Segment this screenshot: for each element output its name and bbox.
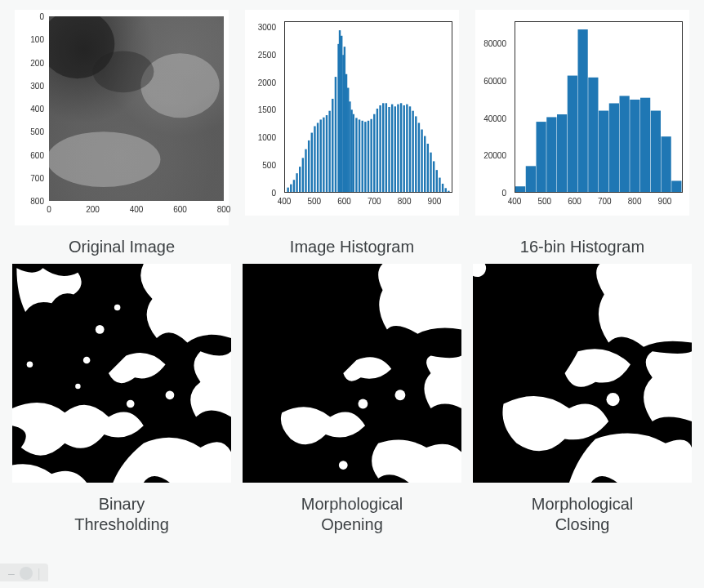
x-tick: 800 [398, 197, 412, 206]
svg-rect-36 [359, 119, 360, 192]
y-tick: 0 [20, 12, 44, 21]
y-tick: 40000 [482, 114, 506, 122]
y-tick: 100 [20, 35, 44, 44]
svg-point-86 [83, 357, 91, 364]
svg-rect-65 [445, 188, 447, 192]
svg-point-90 [127, 400, 135, 408]
svg-rect-22 [328, 111, 330, 192]
svg-rect-33 [350, 109, 352, 192]
y-tick: 500 [252, 161, 276, 170]
morph-opening-image [243, 264, 461, 483]
svg-rect-76 [609, 103, 619, 192]
morph-closing-image [473, 264, 692, 483]
svg-point-94 [339, 461, 348, 470]
svg-point-7 [93, 51, 154, 92]
svg-point-88 [75, 384, 80, 389]
svg-rect-14 [305, 149, 306, 192]
svg-rect-39 [368, 121, 369, 192]
y-tick: 300 [20, 81, 44, 90]
svg-rect-82 [671, 180, 681, 192]
svg-rect-37 [362, 121, 363, 192]
x-tick: 900 [428, 197, 442, 206]
svg-rect-45 [385, 103, 387, 192]
svg-rect-80 [651, 111, 661, 192]
svg-rect-77 [620, 96, 630, 192]
y-tick: 3000 [252, 22, 276, 31]
svg-rect-41 [373, 114, 375, 192]
corner-avatar-icon [20, 567, 33, 580]
svg-point-87 [166, 390, 175, 399]
svg-rect-11 [296, 173, 297, 192]
svg-point-92 [395, 390, 406, 400]
svg-point-85 [114, 305, 121, 311]
svg-rect-70 [546, 117, 556, 192]
x-tick: 600 [568, 197, 581, 206]
svg-rect-49 [397, 105, 399, 192]
original-image-svg [49, 16, 224, 201]
svg-point-89 [27, 362, 33, 368]
svg-rect-13 [302, 158, 304, 192]
svg-rect-52 [406, 105, 408, 192]
svg-rect-29 [344, 47, 345, 192]
corner-badge: – | [0, 564, 48, 581]
svg-rect-32 [349, 101, 350, 192]
svg-rect-9 [290, 185, 292, 192]
svg-rect-51 [403, 105, 405, 192]
x-tick: 800 [217, 205, 231, 214]
sixteen-bin-histogram-svg [515, 22, 682, 192]
corner-text: | [38, 567, 41, 580]
y-tick: 80000 [482, 39, 506, 48]
x-tick: 500 [537, 197, 551, 206]
svg-rect-64 [442, 184, 443, 192]
svg-rect-26 [339, 30, 341, 192]
svg-rect-71 [557, 114, 567, 192]
y-tick: 200 [20, 58, 44, 67]
caption-morph-closing: MorphologicalClosing [472, 494, 693, 535]
y-tick: 1500 [252, 105, 276, 114]
svg-rect-48 [394, 106, 396, 192]
y-tick: 0 [252, 189, 276, 198]
image-histogram-svg [285, 22, 452, 192]
x-tick: 200 [86, 205, 100, 214]
x-tick: 500 [307, 197, 321, 206]
svg-point-4 [49, 131, 160, 187]
binary-threshold-image [12, 264, 231, 483]
svg-rect-62 [436, 170, 438, 192]
svg-rect-43 [379, 105, 381, 192]
y-tick: 60000 [482, 77, 506, 86]
y-tick: 2500 [252, 50, 276, 59]
svg-rect-30 [345, 74, 347, 192]
svg-rect-20 [323, 118, 324, 192]
caption-binary-threshold: BinaryThresholding [11, 494, 232, 535]
svg-rect-10 [293, 180, 295, 192]
caption-morph-opening: MorphologicalOpening [242, 494, 462, 535]
y-tick: 700 [20, 173, 44, 182]
svg-rect-66 [448, 191, 449, 192]
svg-rect-42 [377, 109, 378, 192]
svg-rect-23 [332, 99, 333, 192]
y-tick: 1000 [252, 133, 276, 142]
y-tick: 2000 [252, 78, 276, 87]
y-tick: 800 [20, 197, 44, 206]
svg-rect-72 [568, 76, 577, 192]
svg-rect-21 [326, 115, 327, 192]
svg-rect-34 [353, 114, 354, 192]
panel-original-image: 02004006008000100200300400500600700800 [11, 10, 232, 225]
x-tick: 600 [173, 205, 187, 214]
y-tick: 20000 [482, 151, 506, 160]
svg-rect-55 [415, 116, 417, 192]
original-image-plot: 02004006008000100200300400500600700800 [15, 10, 229, 225]
svg-point-84 [96, 325, 105, 334]
svg-rect-74 [588, 78, 598, 192]
svg-rect-38 [364, 122, 366, 192]
x-tick: 400 [278, 197, 292, 206]
sixteen-bin-histogram-plot: 400500600700800900020000400006000080000 [475, 10, 689, 216]
svg-rect-59 [427, 144, 429, 192]
y-tick: 0 [482, 189, 506, 198]
panel-image-histogram: 4005006007008009000500100015002000250030… [242, 10, 462, 225]
svg-rect-73 [578, 29, 588, 192]
svg-rect-58 [424, 136, 426, 192]
svg-rect-54 [412, 111, 413, 192]
svg-rect-57 [421, 130, 422, 192]
x-tick: 900 [658, 197, 672, 206]
